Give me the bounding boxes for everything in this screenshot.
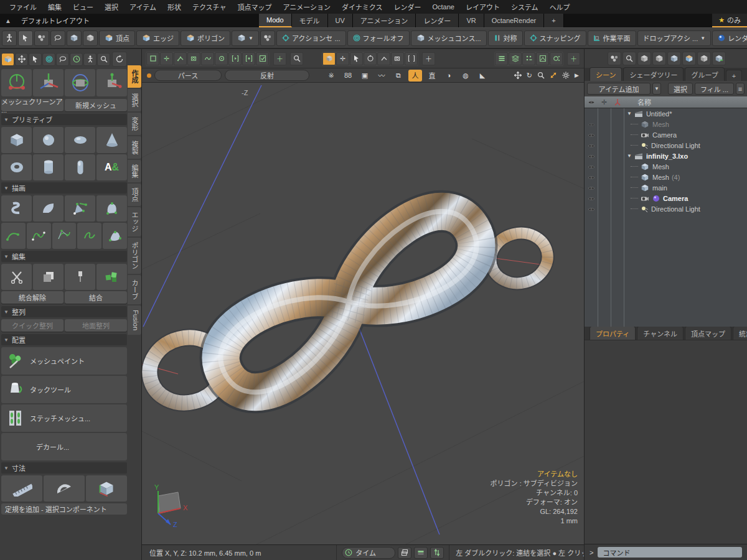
visibility-eye-icon[interactable]	[588, 164, 595, 171]
spheres-mode-button[interactable]	[34, 30, 49, 46]
model-tab-icon[interactable]	[1, 53, 14, 66]
cube-single-icon[interactable]	[637, 52, 651, 65]
vp-camera-toggle[interactable]	[187, 52, 200, 65]
section-place[interactable]: 配置	[1, 334, 127, 345]
polygon-mode-button[interactable]: ポリゴン	[181, 30, 230, 46]
capsule-primitive[interactable]	[65, 154, 95, 180]
locator-column-icon[interactable]	[611, 98, 624, 106]
menu-render[interactable]: レンダー	[388, 2, 426, 12]
menu-vertexmap[interactable]: 頂点マップ	[232, 2, 277, 12]
cone-primitive[interactable]	[96, 127, 127, 153]
tree-row-mesh2[interactable]: Mesh	[585, 161, 747, 172]
mesh-constraint-button[interactable]: メッシュコンス...	[411, 30, 487, 46]
add-item-dropdown[interactable]: ▼	[652, 83, 661, 95]
vp-search-button[interactable]	[290, 52, 303, 65]
dial-tab-icon[interactable]	[42, 53, 55, 66]
mode-dropdown[interactable]: ▼	[232, 30, 259, 46]
stitch-mesh-tool[interactable]: ステッチメッシュ...	[1, 404, 127, 432]
tab-model[interactable]: モデル	[292, 14, 328, 27]
im-move-toggle[interactable]: ✛	[336, 52, 349, 65]
stamp-tab-icon[interactable]	[83, 53, 96, 66]
vp-locator-toggle[interactable]	[215, 52, 228, 65]
toggle-shadows[interactable]: 〰	[375, 70, 388, 82]
im-brackets-toggle[interactable]	[405, 52, 418, 65]
toggle-half2[interactable]: ◍	[459, 70, 472, 82]
bspline-tool[interactable]	[52, 223, 77, 249]
select-tab-icon[interactable]	[29, 53, 42, 66]
toggle-corner[interactable]: ◣	[476, 70, 489, 82]
action-center-icon-button[interactable]	[260, 30, 275, 46]
unmerge-button[interactable]: 統合解除	[1, 291, 63, 304]
rotate-tool[interactable]	[65, 69, 95, 96]
bezier-tool[interactable]	[27, 223, 51, 249]
zoom-icon[interactable]	[537, 72, 545, 79]
menu-select[interactable]: 選択	[99, 2, 124, 12]
spiral-tool[interactable]	[1, 195, 32, 222]
patch-tool[interactable]	[33, 195, 63, 222]
tab-channels[interactable]: チャンネル	[637, 326, 684, 340]
pen-tool[interactable]	[96, 195, 127, 222]
view-mode-dropdown[interactable]: パース	[154, 70, 222, 81]
quick-align-button[interactable]: クイック整列	[1, 319, 63, 332]
clock-tab-icon[interactable]	[70, 53, 83, 66]
move-tool[interactable]	[33, 69, 63, 96]
im-rotate-toggle[interactable]	[364, 52, 377, 65]
spheres-group-icon[interactable]	[608, 52, 621, 65]
action-center-button[interactable]: アクションセ ...	[276, 30, 346, 46]
merge-meshes-tool[interactable]	[96, 264, 127, 290]
cube-diagonal-icon[interactable]	[697, 52, 711, 65]
vp-play-brackets-toggle[interactable]	[228, 52, 242, 65]
cube-pair-icon[interactable]	[652, 52, 666, 65]
curve-tool[interactable]	[1, 223, 26, 249]
menu-system[interactable]: システム	[505, 2, 544, 12]
tab-add-panel[interactable]: +	[726, 70, 742, 81]
bone-tab-icon[interactable]	[56, 53, 69, 66]
visibility-eye-icon[interactable]	[588, 153, 595, 161]
pan-icon[interactable]	[514, 72, 522, 79]
toggle-outline[interactable]: ⧉	[392, 70, 405, 82]
tab-animation[interactable]: アニメーション	[353, 14, 416, 27]
cube-arrow-icon[interactable]	[712, 52, 726, 65]
decal-tool[interactable]: デカール...	[1, 433, 127, 460]
move-tab-icon[interactable]	[15, 53, 28, 66]
orbit-icon[interactable]: ↻	[527, 72, 532, 80]
tree-row-scene-untitled[interactable]: ▼ Untitled*	[585, 108, 747, 119]
visibility-eye-icon[interactable]	[588, 132, 595, 139]
menu-octane[interactable]: Octane	[426, 3, 459, 11]
time-button[interactable]: タイム	[342, 547, 395, 559]
ruler-tool[interactable]	[1, 475, 42, 502]
torus-primitive[interactable]	[1, 154, 32, 180]
vtab-curve[interactable]: カーブ	[128, 275, 141, 304]
copy-tool[interactable]	[33, 264, 63, 290]
menu-geometry[interactable]: 形状	[162, 2, 187, 12]
cube-blue-icon[interactable]	[667, 52, 681, 65]
tab-octanerender[interactable]: OctaneRender	[484, 14, 545, 27]
tab-render[interactable]: レンダー	[416, 14, 459, 27]
vtab-polygon[interactable]: ポリゴン	[128, 238, 141, 274]
cube-primitive[interactable]	[1, 127, 32, 153]
vp-move-toggle[interactable]: ✛	[160, 52, 173, 65]
sphere-search-icon[interactable]	[622, 52, 636, 65]
paste-tool[interactable]	[65, 264, 95, 290]
updown-arrows-button[interactable]	[430, 547, 444, 559]
axis-cube-tool[interactable]	[86, 475, 127, 502]
tree-row-main[interactable]: main	[585, 182, 747, 193]
viewport-canvas[interactable]: -Z アイテムなし ポリゴン : サブディビジョン チャンネル: 0 デフォーマ…	[142, 83, 584, 544]
ellipsoid-primitive[interactable]	[65, 127, 95, 153]
visibility-eye-icon[interactable]	[588, 142, 595, 150]
vtab-edit[interactable]: 編集	[128, 160, 141, 182]
toggle-texture[interactable]: ▣	[358, 70, 372, 82]
tree-row-scene-infinity[interactable]: ▼ infinity_3.lxo	[585, 151, 747, 161]
falloff-button[interactable]: フォールオフ	[347, 30, 410, 46]
layers-display-toggle[interactable]	[509, 52, 522, 65]
maximize-icon[interactable]	[550, 72, 557, 79]
vtab-fusion[interactable]: Fusion	[128, 306, 141, 335]
visibility-eye-icon[interactable]	[588, 206, 595, 213]
tab-vertex-maps[interactable]: 頂点マップ	[685, 326, 731, 340]
text-primitive[interactable]: A&	[96, 154, 127, 180]
flyout-arrow-icon[interactable]: ▶	[575, 72, 579, 78]
section-align[interactable]: 整列	[1, 306, 127, 317]
merge-button[interactable]: 結合	[65, 291, 127, 304]
im-add-button[interactable]: ＋	[422, 52, 435, 65]
symmetry-button[interactable]: 対称	[488, 30, 523, 46]
